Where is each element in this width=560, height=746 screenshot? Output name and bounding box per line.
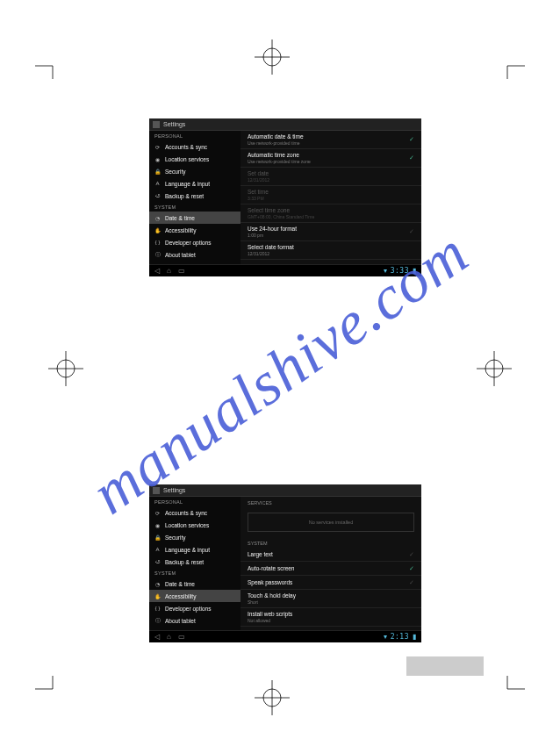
location-icon: ◉	[154, 522, 161, 528]
checkbox-icon[interactable]: ✓	[409, 136, 414, 143]
braces-icon: { }	[154, 606, 161, 611]
sidebar-item-location[interactable]: ◉Location services	[149, 519, 241, 531]
sidebar-item-datetime[interactable]: ◔Date & time	[149, 212, 241, 224]
checkbox-icon[interactable]: ✓	[409, 154, 414, 161]
sidebar-item-developer[interactable]: { }Developer options	[149, 602, 241, 614]
no-services-box: No services installed	[248, 513, 414, 532]
settings-sidebar: PERSONAL ⟳Accounts & sync ◉Location serv…	[149, 497, 241, 630]
sidebar-item-about[interactable]: ⓘAbout tablet	[149, 248, 241, 261]
checkbox-icon[interactable]: ✓	[409, 565, 414, 572]
sidebar-item-language[interactable]: ALanguage & input	[149, 177, 241, 190]
sidebar-item-backup[interactable]: ⭯Backup & reset	[149, 190, 241, 202]
content-header-system: SYSTEM	[241, 537, 421, 548]
screenshot-accessibility: Settings PERSONAL ⟳Accounts & sync ◉Loca…	[149, 484, 421, 642]
sidebar-item-developer[interactable]: { }Developer options	[149, 236, 241, 248]
sync-icon: ⟳	[154, 144, 161, 150]
page-number-box	[406, 656, 484, 676]
sidebar-item-accounts[interactable]: ⟳Accounts & sync	[149, 506, 241, 519]
checkbox-icon[interactable]: ✓	[409, 228, 414, 235]
row-set-date: Set date 12/31/2012	[241, 168, 421, 186]
checkbox-icon[interactable]: ✓	[409, 551, 414, 558]
back-icon[interactable]: ◁	[154, 267, 160, 275]
row-auto-date[interactable]: Automatic date & time Use network-provid…	[241, 131, 421, 149]
settings-content: Automatic date & time Use network-provid…	[241, 131, 421, 264]
settings-content: SERVICES No services installed SYSTEM La…	[241, 497, 421, 630]
screenshot-datetime: Settings PERSONAL ⟳Accounts & sync ◉Loca…	[149, 118, 421, 276]
sidebar-item-accessibility[interactable]: ✋Accessibility	[149, 590, 241, 602]
battery-icon: ▮	[413, 267, 416, 275]
settings-title: Settings	[163, 121, 185, 127]
battery-icon: ▮	[413, 633, 416, 641]
row-select-tz: Select time zone GMT+08:00, China Standa…	[241, 204, 421, 223]
row-auto-tz[interactable]: Automatic time zone Use network-provided…	[241, 149, 421, 168]
back-icon[interactable]: ◁	[154, 633, 160, 641]
section-personal: PERSONAL	[149, 131, 241, 140]
row-date-format[interactable]: Select date format 12/31/2012	[241, 241, 421, 260]
lock-icon: 🔒	[154, 169, 161, 175]
sidebar-item-about[interactable]: ⓘAbout tablet	[149, 614, 241, 627]
settings-app-icon	[153, 121, 160, 128]
settings-title: Settings	[163, 487, 185, 493]
system-navbar: ◁ ⌂ ▭ ▾ 2:13 ▮	[149, 630, 421, 642]
home-icon[interactable]: ⌂	[167, 267, 171, 275]
wifi-icon: ▾	[384, 633, 387, 641]
clock-text: 3:33	[391, 267, 409, 275]
sync-icon: ⟳	[154, 510, 161, 516]
sidebar-item-accessibility[interactable]: ✋Accessibility	[149, 224, 241, 236]
backup-icon: ⭯	[154, 559, 161, 564]
home-icon[interactable]: ⌂	[167, 633, 171, 641]
sidebar-item-security[interactable]: 🔒Security	[149, 165, 241, 177]
sidebar-item-security[interactable]: 🔒Security	[149, 531, 241, 543]
row-speak-passwords[interactable]: Speak passwords ✓	[241, 576, 421, 590]
sidebar-item-backup[interactable]: ⭯Backup & reset	[149, 556, 241, 568]
wifi-icon: ▾	[384, 267, 387, 275]
system-navbar: ◁ ⌂ ▭ ▾ 3:33 ▮	[149, 264, 421, 276]
sidebar-item-language[interactable]: ALanguage & input	[149, 543, 241, 556]
row-24hour[interactable]: Use 24-hour format 1:00 pm ✓	[241, 223, 421, 241]
row-large-text[interactable]: Large text ✓	[241, 548, 421, 562]
info-icon: ⓘ	[154, 251, 161, 259]
row-set-time: Set time 3:33 PM	[241, 186, 421, 204]
section-personal: PERSONAL	[149, 497, 241, 506]
clock-text: 2:13	[391, 633, 409, 641]
sidebar-item-datetime[interactable]: ◔Date & time	[149, 577, 241, 590]
row-auto-rotate[interactable]: Auto-rotate screen ✓	[241, 562, 421, 576]
content-header-services: SERVICES	[241, 497, 421, 507]
braces-icon: { }	[154, 240, 161, 245]
recents-icon[interactable]: ▭	[178, 267, 185, 275]
hand-icon: ✋	[154, 227, 161, 233]
titlebar: Settings	[149, 118, 421, 131]
sidebar-item-location[interactable]: ◉Location services	[149, 153, 241, 165]
checkbox-icon[interactable]: ✓	[409, 579, 414, 586]
sidebar-item-accounts[interactable]: ⟳Accounts & sync	[149, 140, 241, 153]
language-icon: A	[154, 181, 161, 186]
clock-icon: ◔	[154, 581, 161, 587]
row-touch-hold[interactable]: Touch & hold delay Short	[241, 590, 421, 608]
settings-sidebar: PERSONAL ⟳Accounts & sync ◉Location serv…	[149, 131, 241, 264]
lock-icon: 🔒	[154, 534, 161, 541]
info-icon: ⓘ	[154, 617, 161, 625]
settings-app-icon	[153, 487, 160, 494]
row-web-scripts[interactable]: Install web scripts Not allowed	[241, 608, 421, 627]
hand-icon: ✋	[154, 593, 161, 599]
backup-icon: ⭯	[154, 193, 161, 198]
clock-icon: ◔	[154, 215, 161, 221]
section-system: SYSTEM	[149, 568, 241, 577]
section-system: SYSTEM	[149, 202, 241, 212]
location-icon: ◉	[154, 156, 161, 162]
titlebar: Settings	[149, 484, 421, 497]
recents-icon[interactable]: ▭	[178, 633, 185, 641]
language-icon: A	[154, 547, 161, 552]
